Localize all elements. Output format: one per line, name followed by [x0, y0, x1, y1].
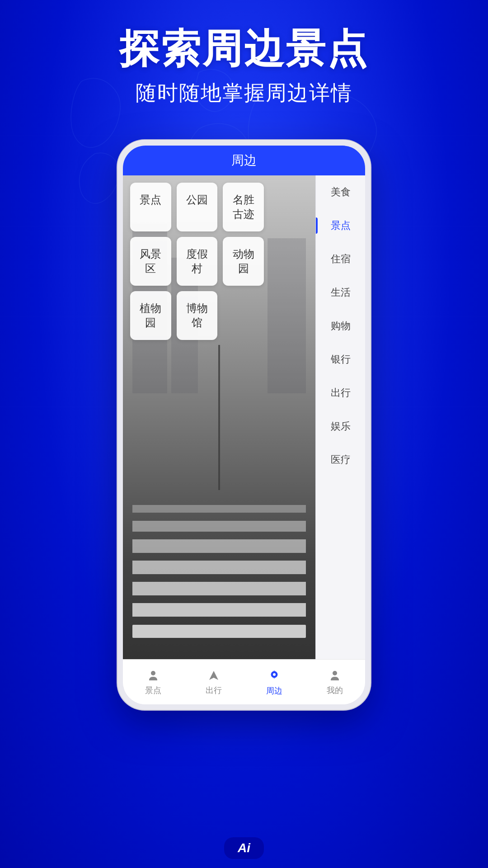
phone-content: 景点 公园 名胜古迹 风景区 度假村	[123, 175, 365, 659]
nav-nearby-label: 周边	[266, 685, 282, 696]
phone-outer: 周边	[117, 140, 371, 710]
sidebar-jingdian[interactable]: 景点	[316, 209, 365, 242]
ai-badge: Ai	[224, 837, 264, 859]
category-jingdian[interactable]: 景点	[130, 183, 171, 231]
nav-scenic-label: 景点	[145, 685, 161, 696]
category-fengjingqu[interactable]: 风景区	[130, 237, 171, 286]
category-gongyuan[interactable]: 公园	[177, 183, 218, 231]
svg-marker-5	[209, 671, 218, 680]
right-sidebar: 美食 景点 住宿 生活 购物 银行	[315, 175, 365, 659]
svg-point-7	[273, 673, 276, 676]
category-grid: 景点 公园 名胜古迹 风景区 度假村	[130, 183, 264, 340]
category-bowuguan[interactable]: 博物馆	[177, 291, 218, 340]
sidebar-shenghuo[interactable]: 生活	[316, 276, 365, 309]
sub-title: 随时随地掌握周边详情	[0, 79, 488, 107]
nav-travel[interactable]: 出行	[183, 669, 244, 696]
phone-inner: 周边	[123, 146, 365, 704]
category-dujiacun[interactable]: 度假村	[177, 237, 218, 286]
phone-top-bar: 周边	[123, 146, 365, 175]
top-bar-title: 周边	[231, 153, 257, 167]
category-mingsheng[interactable]: 名胜古迹	[223, 183, 264, 231]
sidebar-yinhang[interactable]: 银行	[316, 343, 365, 376]
nav-mine[interactable]: 我的	[305, 669, 365, 696]
ai-badge-text: Ai	[238, 841, 250, 855]
sidebar-meishi[interactable]: 美食	[316, 175, 365, 209]
sidebar-gouwu[interactable]: 购物	[316, 309, 365, 343]
nav-nearby[interactable]: 周边	[244, 668, 305, 696]
svg-point-8	[333, 671, 337, 675]
nav-scenic[interactable]: 景点	[123, 669, 183, 696]
travel-icon	[207, 669, 221, 682]
scenic-icon	[146, 669, 160, 682]
category-dongwuyuan[interactable]: 动物园	[223, 237, 264, 286]
phone-mockup: 周边	[117, 140, 371, 710]
sidebar-zhushu[interactable]: 住宿	[316, 242, 365, 276]
header-section: 探索周边景点 随时随地掌握周边详情	[0, 27, 488, 107]
nearby-icon	[267, 668, 282, 683]
svg-point-4	[151, 671, 155, 675]
mine-icon	[328, 669, 342, 682]
category-zhiwuyuan[interactable]: 植物园	[130, 291, 171, 340]
main-title: 探索周边景点	[0, 27, 488, 71]
main-area: 景点 公园 名胜古迹 风景区 度假村	[123, 175, 315, 659]
nav-mine-label: 我的	[327, 685, 343, 696]
bottom-nav: 景点 出行 周边	[123, 659, 365, 704]
sidebar-yiliao[interactable]: 医疗	[316, 443, 365, 476]
nav-travel-label: 出行	[206, 685, 222, 696]
sidebar-chuxing[interactable]: 出行	[316, 376, 365, 410]
sidebar-yule[interactable]: 娱乐	[316, 410, 365, 443]
